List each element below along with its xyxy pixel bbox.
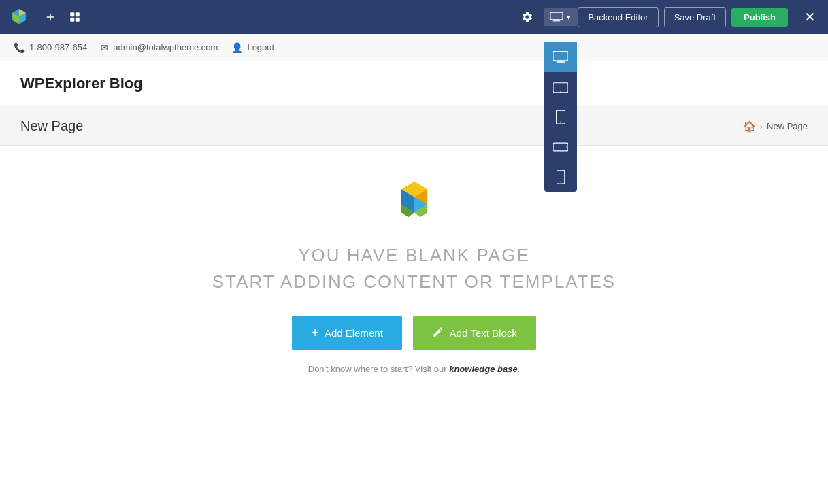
edit-icon	[432, 326, 444, 340]
add-element-label: Add Element	[325, 327, 383, 339]
toolbar-right: Backend Editor Save Draft Publish ✕	[578, 6, 821, 28]
svg-rect-13	[557, 61, 565, 63]
page-title: New Page	[20, 118, 83, 134]
device-phone-portrait[interactable]	[544, 162, 577, 192]
svg-rect-14	[553, 83, 568, 93]
svg-rect-12	[559, 61, 564, 62]
breadcrumb-separator: ›	[760, 121, 763, 131]
svg-rect-5	[76, 12, 80, 16]
backend-editor-button[interactable]: Backend Editor	[578, 7, 658, 27]
page-header: New Page 🏠 › New Page	[0, 107, 828, 146]
admin-email[interactable]: ✉ admin@totalwptheme.com	[101, 42, 218, 53]
svg-rect-4	[70, 12, 74, 16]
action-buttons: + Add Element Add Text Block	[292, 316, 536, 350]
breadcrumb-home-icon[interactable]: 🏠	[743, 120, 756, 133]
save-draft-button[interactable]: Save Draft	[664, 7, 726, 27]
logo	[7, 5, 31, 29]
email-icon: ✉	[101, 42, 109, 53]
publish-button[interactable]: Publish	[731, 8, 788, 27]
site-header: WPExplorer Blog	[0, 61, 828, 107]
device-button[interactable]: ▾	[544, 8, 578, 26]
wp-logo	[391, 175, 438, 242]
device-tablet-landscape[interactable]	[544, 72, 577, 102]
admin-phone-number: 1-800-987-654	[29, 42, 87, 52]
plus-icon: +	[311, 325, 319, 341]
admin-email-address: admin@totalwptheme.com	[113, 42, 218, 52]
blank-line2: START ADDING CONTENT OR TEMPLATES	[212, 269, 616, 295]
breadcrumb-current: New Page	[767, 121, 808, 131]
svg-point-17	[560, 122, 561, 123]
add-text-button[interactable]: Add Text Block	[413, 316, 536, 350]
svg-rect-11	[553, 51, 568, 60]
svg-rect-9	[554, 20, 559, 21]
device-tablet-portrait[interactable]	[544, 102, 577, 132]
admin-logout-label: Logout	[247, 42, 274, 52]
hint-prefix: Don't know where to start? Visit our	[308, 364, 449, 374]
main-content: YOU HAVE BLANK PAGE START ADDING CONTENT…	[0, 146, 828, 404]
admin-bar: 📞 1-800-987-654 ✉ admin@totalwptheme.com…	[0, 34, 828, 61]
hint-text: Don't know where to start? Visit our kno…	[308, 364, 520, 374]
toolbar: ▾	[0, 0, 828, 34]
svg-rect-10	[553, 20, 561, 21]
svg-rect-8	[550, 12, 563, 20]
svg-rect-6	[70, 18, 74, 22]
blank-page-message: YOU HAVE BLANK PAGE START ADDING CONTENT…	[212, 242, 616, 295]
hint-period: .	[518, 364, 520, 374]
add-element-button[interactable]: + Add Element	[292, 316, 402, 350]
svg-point-19	[567, 146, 568, 148]
device-menu	[544, 42, 577, 192]
svg-point-15	[561, 91, 562, 93]
admin-phone[interactable]: 📞 1-800-987-654	[14, 42, 87, 53]
device-desktop[interactable]	[544, 42, 577, 72]
close-button[interactable]: ✕	[799, 6, 821, 28]
site-title: WPExplorer Blog	[20, 75, 143, 92]
admin-logout[interactable]: 👤 Logout	[231, 42, 274, 53]
phone-icon: 📞	[14, 42, 25, 53]
device-phone-landscape[interactable]	[544, 132, 577, 162]
knowledge-base-link[interactable]: knowledge base	[449, 364, 517, 374]
svg-rect-18	[553, 143, 568, 151]
templates-button[interactable]	[63, 5, 87, 29]
breadcrumb: 🏠 › New Page	[743, 120, 808, 133]
user-icon: 👤	[231, 42, 243, 53]
device-dropdown[interactable]: ▾	[544, 8, 578, 26]
svg-point-21	[561, 182, 562, 183]
add-text-label: Add Text Block	[450, 327, 517, 339]
settings-button[interactable]	[515, 5, 540, 29]
svg-rect-7	[76, 18, 80, 22]
blank-line1: YOU HAVE BLANK PAGE	[212, 242, 616, 269]
add-button[interactable]	[38, 5, 63, 29]
